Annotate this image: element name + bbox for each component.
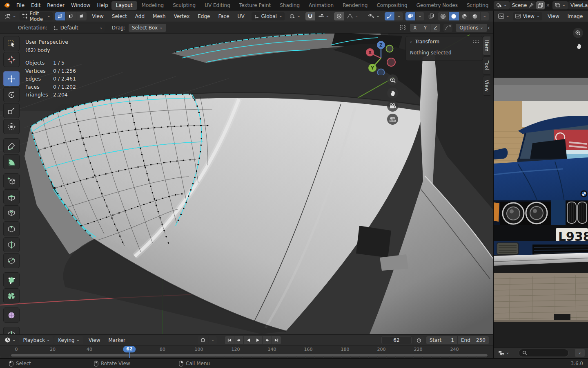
auto-keying-dropdown[interactable]: ⌄ [209,336,217,344]
bevel-tool-button[interactable] [3,221,20,236]
move-tool-button[interactable] [3,71,20,86]
panel-drag-grip[interactable] [473,40,479,43]
workspace-tab-animation[interactable]: Animation [304,1,338,10]
start-frame-field[interactable]: Start1 [426,336,457,344]
menu-file[interactable]: File [13,1,28,9]
new-scene-button[interactable] [536,1,545,9]
unlink-scene-button[interactable]: ✕ [546,3,550,8]
pan-view-button[interactable] [387,88,398,99]
viewport-menu-vertex[interactable]: Vertex [171,13,193,19]
panel-collapse-caret[interactable]: ⌄ [409,39,412,43]
viewport-menu-add[interactable]: Add [132,13,147,19]
proportional-projected-toggle[interactable] [443,24,452,32]
timeline-editor-type-button[interactable]: ⌄ [3,336,17,344]
viewlayer-selector[interactable]: ViewLayer [568,1,588,9]
shading-dropdown[interactable]: ⌄ [481,12,489,20]
proportional-falloff-dropdown[interactable]: ⌄ [344,12,361,20]
image-menu-view[interactable]: View [545,13,562,19]
transform-panel[interactable]: ⌄ Transform Nothing selected [405,36,483,61]
inset-faces-tool-button[interactable] [3,205,20,220]
menu-render[interactable]: Render [44,1,68,9]
next-keyframe-button[interactable] [263,336,272,344]
current-frame-field[interactable]: 62 [381,336,412,344]
image-editor-canvas[interactable]: L938 [494,22,588,348]
viewport-menu-uv[interactable]: UV [235,13,247,19]
loop-cut-tool-button[interactable] [3,237,20,252]
workspace-tab-scripting[interactable]: Scripting [462,1,493,10]
measure-tool-button[interactable] [3,154,20,169]
mirror-icon[interactable] [399,25,407,31]
sidebar-tab-item[interactable]: Item [483,36,490,56]
drag-mode-dropdown[interactable]: Select Box ⌄ [129,24,166,32]
jump-to-end-button[interactable] [272,336,281,344]
scale-tool-button[interactable] [3,103,20,118]
knife-tool-button[interactable] [3,253,20,268]
extrude-region-tool-button[interactable] [3,189,20,204]
gizmos-toggle[interactable] [385,12,394,20]
camera-view-button[interactable] [387,101,398,112]
show-gizmo-dropdown[interactable]: ⌄ [365,12,382,20]
viewport-menu-face[interactable]: Face [215,13,232,19]
image-pan-button[interactable] [574,41,584,51]
proportional-editing-toggle[interactable] [334,12,344,20]
mode-dropdown[interactable]: Edit Mode ⌄ [20,12,53,20]
spin-tool-button[interactable] [3,288,20,303]
overlays-dropdown[interactable]: ⌄ [416,12,424,20]
cursor-tool-button[interactable] [3,52,20,67]
scene-selector[interactable]: Scene [510,1,537,9]
blender-logo-icon[interactable] [3,2,11,8]
viewport-menu-mesh[interactable]: Mesh [150,13,169,19]
play-button[interactable] [253,336,262,344]
zoom-view-button[interactable] [387,74,398,85]
workspace-tab-geometry-nodes[interactable]: Geometry Nodes [412,1,462,10]
viewport-menu-select[interactable]: Select [109,13,130,19]
workspace-tab-compositing[interactable]: Compositing [372,1,412,10]
edge-slide-tool-button[interactable] [3,327,20,334]
edge-select-mode-button[interactable] [66,12,76,20]
viewport-3d-canvas[interactable]: User Perspective (62) body Objects1 / 5 … [0,34,493,334]
viewport-menu-view[interactable]: View [89,13,106,19]
auto-keying-toggle[interactable] [198,336,208,344]
timeline-menu-view[interactable]: View [86,337,103,343]
mirror-y-toggle[interactable]: Y [420,24,430,32]
timeline-menu-marker[interactable]: Marker [106,337,128,343]
scene-browse-button[interactable]: ⌄ [494,1,509,9]
workspace-tab-texture-paint[interactable]: Texture Paint [235,1,275,10]
gizmos-dropdown[interactable]: ⌄ [395,12,403,20]
image-editor-type-button[interactable]: ⌄ [497,12,510,20]
vertex-select-mode-button[interactable] [55,12,65,20]
workspace-tab-uv-editing[interactable]: UV Editing [200,1,235,10]
end-frame-field[interactable]: End250 [458,336,489,344]
keying-dropdown[interactable]: Keying⌄ [54,336,83,344]
navigation-gizmo[interactable]: Z X Y [362,37,400,75]
workspace-tab-layout[interactable]: Layout [111,1,137,10]
smooth-tool-button[interactable] [3,307,20,323]
annotate-tool-button[interactable] [3,138,20,153]
menu-window[interactable]: Window [68,1,94,9]
snap-toggle-button[interactable] [305,12,315,20]
workspace-tab-modeling[interactable]: Modeling [137,1,169,10]
workspace-tab-shading[interactable]: Shading [275,1,304,10]
playback-dropdown[interactable]: Playback⌄ [19,336,53,344]
shading-wireframe-button[interactable] [438,12,448,20]
add-cube-tool-button[interactable] [3,173,20,188]
shading-solid-button[interactable] [449,12,459,20]
workspace-tab-sculpting[interactable]: Sculpting [168,1,200,10]
face-select-mode-button[interactable] [76,12,87,20]
use-preview-range-toggle[interactable] [414,336,424,344]
poly-build-tool-button[interactable] [3,272,20,287]
editor-type-button[interactable]: ⌄ [3,12,17,20]
prev-keyframe-button[interactable] [234,336,243,344]
play-reverse-button[interactable] [244,336,253,344]
tool-options-dropdown[interactable]: Options ⌄ [456,24,487,32]
mirror-x-toggle[interactable]: X [410,24,420,32]
sidebar-tab-view[interactable]: View [483,76,490,96]
transform-tool-button[interactable] [3,119,20,134]
transform-orientation-dropdown[interactable]: Global ⌄ [252,12,285,20]
menu-help[interactable]: Help [94,1,111,9]
timeline-ruler[interactable]: 0 20 40 60 80 100 120 140 160 180 200 22… [0,346,493,358]
sidebar-tab-tool[interactable]: Tool [483,56,490,74]
pivot-point-dropdown[interactable]: ⌄ [287,12,303,20]
editor-divider[interactable] [493,11,494,358]
jump-to-start-button[interactable] [225,336,234,344]
